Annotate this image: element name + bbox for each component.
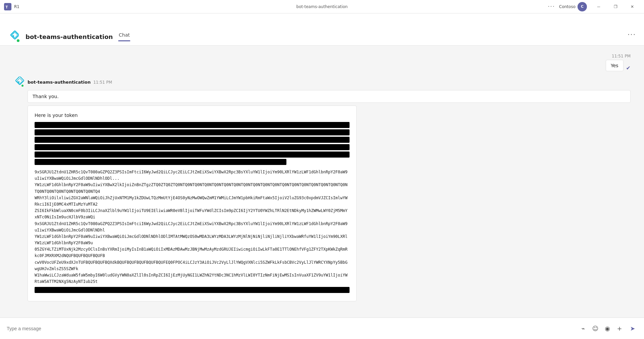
title-bar-left: T R1	[4, 3, 19, 10]
bot-message-header: bot-teams-authentication 11:51 PM	[13, 77, 631, 87]
user-message-time: 11:51 PM	[612, 54, 631, 58]
emoji-button[interactable]: ☺	[592, 325, 599, 332]
attach-button[interactable]: +	[616, 325, 623, 332]
user-message-row: Yes ✔	[606, 60, 631, 71]
redacted-line-bottom	[35, 287, 350, 293]
bot-avatar	[13, 77, 24, 87]
org-avatar: Contoso C	[559, 2, 587, 11]
restore-button[interactable]: ❐	[608, 0, 623, 13]
bot-icon-container	[8, 31, 20, 43]
title-bar-more[interactable]: ···	[548, 3, 555, 10]
header-more-button[interactable]: ···	[628, 31, 636, 39]
bot-message-time: 11:51 PM	[93, 80, 112, 85]
redacted-line-6	[35, 159, 286, 165]
sticker-button[interactable]: ◉	[604, 325, 611, 332]
chat-tab-underline	[118, 40, 130, 41]
close-button[interactable]: ✕	[625, 0, 640, 13]
redacted-line-2	[35, 129, 350, 135]
app-instance-label: R1	[14, 4, 19, 9]
teams-icon: T	[4, 3, 11, 10]
window-title: bot-teams-authentication	[296, 4, 348, 9]
bot-avatar-badge	[21, 84, 24, 87]
chat-tab-label: Chat	[119, 32, 130, 40]
org-name: Contoso	[559, 4, 576, 9]
redacted-line-1	[35, 122, 350, 128]
bot-name-header: bot-teams-authentication	[26, 33, 113, 40]
app-header: bot-teams-authentication Chat ···	[0, 13, 644, 46]
window-controls: ─ ❐ ✕	[591, 0, 640, 13]
send-button[interactable]: ➤	[628, 324, 637, 333]
bot-message-container: bot-teams-authentication 11:51 PM Thank …	[0, 74, 644, 304]
redacted-line-4	[35, 144, 350, 150]
token-title: Here is your token	[35, 113, 350, 118]
message-input-container: ⌁ ☺ ◉ + ➤	[0, 317, 644, 339]
bot-sender-name: bot-teams-authentication	[28, 80, 91, 85]
svg-point-4	[13, 35, 14, 37]
format-button[interactable]: ⌁	[580, 325, 587, 332]
minimize-button[interactable]: ─	[591, 0, 606, 13]
svg-text:T: T	[6, 5, 8, 9]
bot-thank-you-bubble: Thank you.	[28, 90, 631, 103]
redacted-line-5	[35, 152, 350, 158]
bot-sender-info: bot-teams-authentication 11:51 PM	[28, 80, 112, 85]
message-input[interactable]	[7, 326, 576, 331]
redacted-line-3	[35, 137, 350, 143]
input-actions: ⌁ ☺ ◉ + ➤	[580, 324, 637, 333]
title-bar-right: ··· Contoso C ─ ❐ ✕	[548, 0, 640, 13]
avatar-circle: C	[578, 2, 587, 11]
chat-area: 11:51 PM Yes ✔ bot-teams-authentication …	[0, 46, 644, 317]
app-header-inner: bot-teams-authentication Chat	[8, 31, 130, 45]
sent-check-icon: ✔	[626, 65, 631, 71]
chat-tab[interactable]: Chat	[118, 32, 130, 41]
title-bar: T R1 bot-teams-authentication ··· Contos…	[0, 0, 644, 13]
bot-online-badge	[16, 39, 20, 43]
user-message-container: 11:51 PM Yes ✔	[0, 51, 644, 74]
token-text: 9xSGRJU1ZtdnU1ZHR5c1QvT080aGZPQ2Z3PSIsIm…	[35, 169, 350, 285]
token-card: Here is your token 9xSGRJU1ZtdnU1ZHR5c1Q…	[28, 105, 357, 301]
user-message-bubble: Yes	[606, 60, 624, 71]
svg-point-7	[18, 81, 19, 83]
